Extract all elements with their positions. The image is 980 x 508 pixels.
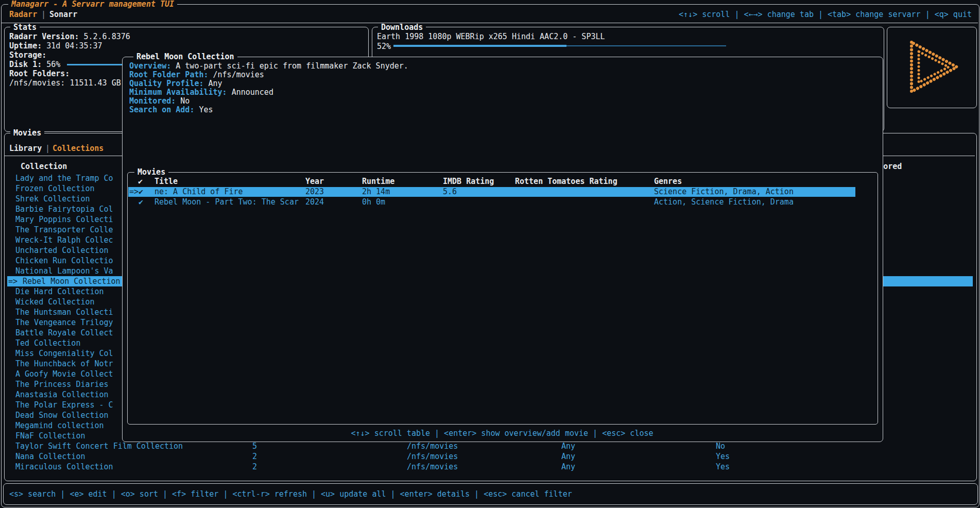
field-label: Monitored: bbox=[129, 96, 176, 106]
header-imdb-rating: IMDB Rating bbox=[443, 177, 494, 186]
field-label: Quality Profile: bbox=[129, 79, 204, 88]
header-genres: Genres bbox=[654, 177, 682, 186]
movie-runtime: 2h 14m bbox=[362, 187, 390, 197]
movie-genres: Action, Science Fiction, Drama bbox=[654, 197, 794, 207]
modal-field-monitored: Monitored:No bbox=[129, 96, 190, 106]
modal-keybinds: <↑↓> scroll table | <enter> show overvie… bbox=[122, 429, 882, 438]
monitored-check-icon: ✔ bbox=[139, 187, 143, 197]
header-year: Year bbox=[305, 177, 324, 186]
movie-runtime: 0h 0m bbox=[362, 197, 385, 207]
movie-row[interactable]: ✔Rebel Moon - Part Two: The Scar20240h 0… bbox=[128, 197, 855, 207]
field-value: Announced bbox=[232, 88, 273, 97]
managarr-screen: Managarr - A Servarr management TUI Rada… bbox=[0, 0, 980, 508]
header-monitored-check-icon: ✔ bbox=[138, 177, 143, 186]
field-value: No bbox=[180, 96, 190, 106]
modal-movies-table bbox=[127, 172, 878, 425]
modal-field-search-on-add: Search on Add:Yes bbox=[129, 105, 213, 114]
movie-year: 2024 bbox=[305, 197, 324, 207]
header-rotten-tomatoes-rating: Rotten Tomatoes Rating bbox=[515, 177, 617, 186]
field-value: Any bbox=[209, 79, 222, 88]
header-title: Title bbox=[154, 177, 178, 186]
collection-row[interactable]: Taylor Swift Concert Film Collection5/nf… bbox=[7, 441, 973, 451]
field-value: A two-part sci-fi epic from filmmaker Za… bbox=[176, 61, 408, 71]
modal-field-minimum-availability: Minimum Availability:Announced bbox=[129, 88, 273, 97]
field-label: Root Folder Path: bbox=[129, 70, 209, 79]
field-label: Minimum Availability: bbox=[129, 88, 227, 97]
collection-row[interactable]: Miraculous Collection2/nfs/moviesAnyYes bbox=[7, 462, 973, 472]
header-runtime: Runtime bbox=[362, 177, 394, 186]
movie-row-selected[interactable]: =>✔ne: A Child of Fire20232h 14m5.6Scien… bbox=[128, 187, 855, 197]
field-label: Overview: bbox=[129, 61, 171, 71]
monitored-check-icon: ✔ bbox=[139, 197, 143, 207]
modal-field-overview: Overview:A two-part sci-fi epic from fil… bbox=[129, 61, 408, 71]
field-value: Yes bbox=[199, 105, 213, 114]
collection-row[interactable]: Nana Collection2/nfs/moviesAnyYes bbox=[7, 451, 973, 462]
movie-title: ne: A Child of Fire bbox=[154, 187, 243, 197]
movie-imdb-rating: 5.6 bbox=[443, 187, 457, 197]
modal-field-root-folder: Root Folder Path:/nfs/movies bbox=[129, 70, 264, 79]
modal-movies-title: Movies bbox=[134, 168, 168, 176]
movie-genres: Science Fiction, Drama, Action bbox=[654, 187, 794, 197]
selection-arrow: => bbox=[129, 187, 139, 197]
movie-title: Rebel Moon - Part Two: The Scar bbox=[154, 197, 299, 207]
field-value: /nfs/movies bbox=[213, 70, 264, 79]
modal-field-quality-profile: Quality Profile:Any bbox=[129, 79, 222, 88]
movie-year: 2023 bbox=[305, 187, 324, 197]
bottom-keybinds: <s> search | <e> edit | <o> sort | <f> f… bbox=[9, 489, 572, 499]
field-label: Search on Add: bbox=[129, 105, 194, 114]
modal-title: Rebel Moon Collection bbox=[133, 53, 237, 61]
